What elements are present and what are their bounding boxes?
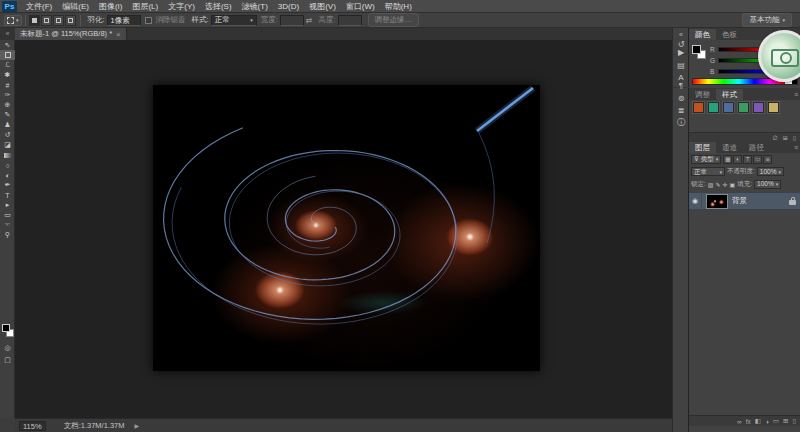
document-canvas[interactable] (153, 85, 540, 371)
quick-mask-button[interactable]: ◎ (0, 343, 15, 353)
delete-style-icon[interactable]: ▯ (793, 134, 796, 141)
style-select[interactable]: 正常 ▾ (211, 15, 257, 26)
refine-edge-button[interactable]: 调整边缘… (368, 13, 420, 27)
lock-transparent-icon[interactable]: ▨ (708, 181, 714, 188)
menu-help[interactable]: 帮助(H) (380, 0, 417, 13)
actions-panel-icon[interactable]: ▶ (673, 50, 689, 55)
adjustment-layer-icon[interactable]: ◑ (765, 418, 769, 425)
crop-tool[interactable]: # (0, 80, 15, 90)
layer-filter-select[interactable]: ⊽ 类型 ▾ (691, 155, 721, 164)
close-icon[interactable]: × (116, 30, 121, 39)
status-options-arrow-icon[interactable]: ▶ (135, 422, 140, 429)
style-swatch-4[interactable] (738, 102, 749, 113)
layer-name[interactable]: 背景 (732, 196, 747, 206)
document-tab[interactable]: 未标题-1 @ 115%(RGB/8) * × (15, 28, 127, 40)
eyedropper-tool[interactable]: ✑ (0, 90, 15, 100)
height-input[interactable] (338, 15, 362, 26)
foreground-color-swatch[interactable] (692, 45, 701, 54)
healing-brush-tool[interactable]: ⊕ (0, 100, 15, 110)
tab-adjustments[interactable]: 调整 (689, 89, 716, 100)
type-tool[interactable]: T (0, 190, 15, 200)
antialias-checkbox[interactable] (145, 17, 152, 24)
info-panel-icon[interactable]: ⓘ (673, 116, 689, 128)
foreground-background-swatches[interactable] (2, 324, 14, 338)
feather-input[interactable]: 1像素 (107, 15, 141, 26)
screen-mode-button[interactable]: ▢ (0, 355, 15, 365)
menu-window[interactable]: 窗口(W) (341, 0, 380, 13)
new-selection-mode-button[interactable] (29, 15, 40, 26)
lasso-tool[interactable]: ℒ (0, 60, 15, 70)
layer-effects-icon[interactable]: fx (746, 418, 751, 425)
quick-selection-tool[interactable]: ✱ (0, 70, 15, 80)
link-layers-icon[interactable]: ∞ (737, 418, 742, 425)
history-brush-tool[interactable]: ↺ (0, 130, 15, 140)
brush-tool[interactable]: ✎ (0, 110, 15, 120)
foreground-color-swatch[interactable] (2, 324, 10, 332)
style-swatch-6[interactable] (768, 102, 779, 113)
fill-input[interactable]: 100% ▾ (754, 180, 781, 189)
pen-tool[interactable]: ✒ (0, 180, 15, 190)
tool-presets-panel-icon[interactable]: ▤ (673, 59, 689, 71)
gradient-tool[interactable] (0, 150, 15, 160)
filter-shape-layers-icon[interactable]: ▭ (753, 155, 762, 164)
tab-styles[interactable]: 样式 (716, 89, 743, 100)
layer-visibility-eye-icon[interactable]: ◉ (689, 192, 702, 210)
tab-paths[interactable]: 路径 (743, 142, 770, 153)
tool-preset-picker[interactable]: ▾ (4, 15, 22, 26)
toolbar-collapse-icon[interactable]: « (0, 28, 15, 40)
zoom-tool[interactable]: ⚲ (0, 230, 15, 240)
lock-all-icon[interactable]: ▣ (730, 181, 736, 188)
style-swatch-2[interactable] (708, 102, 719, 113)
blend-mode-select[interactable]: 正常 ▾ (691, 167, 725, 176)
width-input[interactable] (280, 15, 304, 26)
layer-group-icon[interactable]: ▭ (773, 417, 779, 425)
clear-style-icon[interactable]: ∅ (772, 134, 777, 141)
move-tool[interactable]: ⇖ (0, 40, 15, 50)
zoom-level-input[interactable]: 115% (19, 421, 46, 431)
style-swatch-5[interactable] (753, 102, 764, 113)
opacity-input[interactable]: 100% ▾ (757, 167, 784, 176)
layer-row-background[interactable]: ◉ 背景 (689, 192, 800, 210)
paragraph-panel-icon[interactable]: ¶ (673, 83, 689, 88)
tab-channels[interactable]: 通道 (716, 142, 743, 153)
tab-layers[interactable]: 图层 (689, 142, 716, 153)
spectrum-gradient[interactable] (693, 79, 785, 84)
lock-position-icon[interactable]: ✛ (723, 181, 728, 188)
menu-layer[interactable]: 图层(L) (127, 0, 163, 13)
swap-width-height-icon[interactable]: ⇄ (306, 16, 313, 25)
menu-image[interactable]: 图像(I) (94, 0, 128, 13)
style-swatch-3[interactable] (723, 102, 734, 113)
layer-mask-icon[interactable]: ◧ (755, 417, 761, 425)
menu-type[interactable]: 文字(Y) (163, 0, 200, 13)
path-selection-tool[interactable]: ▸ (0, 200, 15, 210)
menu-3d[interactable]: 3D(D) (273, 0, 304, 13)
panel-menu-icon[interactable]: ≡ (794, 142, 798, 153)
delete-layer-icon[interactable]: ▯ (792, 417, 796, 425)
menu-select[interactable]: 选择(S) (200, 0, 237, 13)
filter-smart-objects-icon[interactable]: ⧈ (763, 155, 772, 164)
shape-tool[interactable]: ▭ (0, 210, 15, 220)
hand-tool[interactable]: ☜ (0, 220, 15, 230)
lock-pixels-icon[interactable]: ✎ (715, 181, 720, 188)
dock-collapse-icon[interactable]: « (673, 28, 689, 38)
layer-thumbnail[interactable] (706, 194, 728, 209)
filter-type-layers-icon[interactable]: T (743, 155, 752, 164)
panel-fg-bg-swatches[interactable] (692, 45, 708, 61)
workspace-switcher-button[interactable]: 基本功能 ▾ (742, 13, 792, 27)
measurement-panel-icon[interactable]: ≣ (673, 104, 689, 116)
tab-color[interactable]: 颜色 (689, 29, 716, 40)
menu-view[interactable]: 视图(V) (304, 0, 341, 13)
eraser-tool[interactable]: ◪ (0, 140, 15, 150)
new-style-icon[interactable]: ⊞ (783, 134, 788, 141)
blur-tool[interactable]: ○ (0, 160, 15, 170)
filter-pixel-layers-icon[interactable]: ▦ (723, 155, 732, 164)
dodge-tool[interactable]: ◐ (0, 170, 15, 180)
filter-adjustment-layers-icon[interactable]: ◐ (733, 155, 742, 164)
tab-swatches[interactable]: 色板 (716, 29, 743, 40)
subtract-selection-mode-button[interactable] (53, 15, 64, 26)
menu-file[interactable]: 文件(F) (21, 0, 57, 13)
rectangular-marquee-tool[interactable] (0, 50, 15, 60)
menu-edit[interactable]: 编辑(E) (57, 0, 94, 13)
style-swatch-1[interactable] (693, 102, 704, 113)
add-selection-mode-button[interactable] (41, 15, 52, 26)
